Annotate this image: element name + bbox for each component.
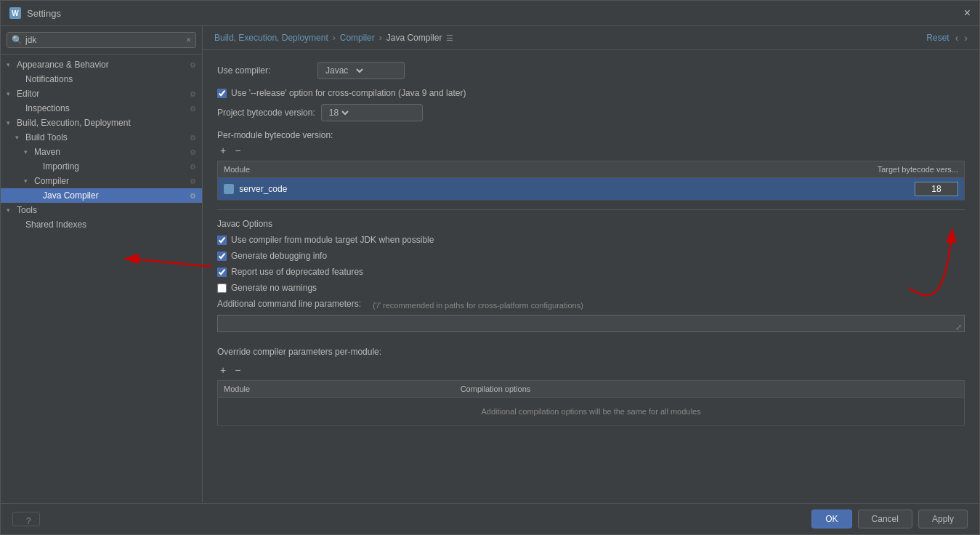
cmd-hint: ('/' recommended in paths for cross-plat…	[373, 301, 583, 310]
override-toolbar: + −	[217, 363, 965, 377]
arrow-icon: ▾	[15, 134, 23, 141]
arrow-icon: ▾	[7, 61, 14, 68]
javac-opt2-checkbox[interactable]	[217, 252, 227, 261]
use-compiler-label: Use compiler:	[217, 65, 312, 76]
override-hint-text: Additional compilation options will be t…	[224, 401, 958, 422]
nav-forward-button[interactable]: ›	[964, 32, 968, 44]
close-button[interactable]: ×	[964, 7, 971, 20]
help-button[interactable]: ?	[12, 512, 40, 526]
settings-icon: ⚙	[190, 134, 196, 142]
settings-icon: ⚙	[190, 105, 196, 113]
javac-opt1-label: Use compiler from module target JDK when…	[231, 235, 434, 245]
javac-option-1: Use compiler from module target JDK when…	[217, 235, 965, 245]
remove-module-button[interactable]: −	[232, 143, 243, 158]
search-clear-icon[interactable]: ×	[186, 35, 191, 45]
add-override-button[interactable]: +	[217, 363, 229, 377]
javac-option-3: Report use of deprecated features	[217, 267, 965, 277]
javac-opt3-checkbox[interactable]	[217, 268, 227, 277]
add-module-button[interactable]: +	[217, 143, 229, 158]
javac-option-2: Generate debugging info	[217, 251, 965, 261]
cancel-button[interactable]: Cancel	[858, 510, 912, 528]
javac-opt1-checkbox[interactable]	[217, 236, 227, 245]
bytecode-version-label: Project bytecode version:	[217, 108, 315, 118]
settings-icon: ⚙	[190, 177, 196, 185]
per-module-label: Per-module bytecode version:	[217, 130, 333, 140]
settings-icon: ⚙	[190, 163, 196, 171]
breadcrumb-sep-2: ›	[379, 33, 382, 43]
ok-button[interactable]: OK	[811, 510, 851, 528]
bytecode-version-select[interactable]: 18 17 11	[321, 104, 423, 121]
content-area: Use compiler: Javac Eclipse Ajc Use '--r…	[203, 50, 979, 503]
breadcrumb-compiler[interactable]: Compiler	[340, 33, 375, 43]
target-cell[interactable]	[849, 178, 965, 201]
breadcrumb-menu-icon[interactable]: ☰	[446, 33, 453, 43]
arrow-icon: ▾	[7, 206, 14, 214]
cross-compilation-checkbox[interactable]	[217, 89, 227, 98]
bytecode-version-row: Project bytecode version: 18 17 11	[217, 104, 965, 121]
search-icon: 🔍	[12, 35, 23, 45]
settings-icon: ⚙	[190, 90, 196, 98]
reset-button[interactable]: Reset	[926, 33, 949, 43]
sidebar-item-shared-indexes[interactable]: Shared Indexes	[1, 217, 202, 232]
cmd-params-input[interactable]	[217, 315, 965, 332]
override-table: Module Compilation options Additional co…	[217, 380, 965, 426]
compiler-row: Use compiler: Javac Eclipse Ajc	[217, 62, 965, 79]
arrow-icon: ▾	[7, 119, 14, 126]
arrow-icon: ▾	[7, 90, 14, 97]
sidebar-item-java-compiler[interactable]: Java Compiler ⚙	[1, 188, 202, 203]
apply-button[interactable]: Apply	[918, 510, 968, 528]
override-module-col: Module	[218, 381, 455, 398]
module-col-header: Module	[218, 161, 849, 178]
settings-icon: ⚙	[190, 148, 196, 156]
sidebar-item-notifications[interactable]: Notifications	[1, 72, 202, 87]
sidebar-item-inspections[interactable]: Inspections ⚙	[1, 101, 202, 116]
breadcrumb-java-compiler: Java Compiler	[386, 33, 442, 43]
sidebar-item-build-execution[interactable]: ▾ Build, Execution, Deployment	[1, 116, 202, 130]
override-hint-row: Additional compilation options will be t…	[218, 398, 965, 426]
table-row[interactable]: server_code	[218, 178, 965, 201]
javac-option-4: Generate no warnings	[217, 283, 965, 293]
compiler-dropdown[interactable]: Javac Eclipse Ajc	[323, 65, 365, 76]
nav-back-button[interactable]: ‹	[955, 32, 959, 44]
cmd-params-label: Additional command line parameters:	[217, 299, 361, 309]
sidebar-item-maven[interactable]: ▾ Maven ⚙	[1, 145, 202, 159]
target-version-input[interactable]	[915, 182, 958, 196]
javac-section-title: Javac Options	[217, 219, 965, 229]
settings-icon: ⚙	[190, 61, 196, 69]
search-input[interactable]	[25, 35, 183, 45]
breadcrumb-sep-1: ›	[333, 33, 336, 43]
expand-icon[interactable]: ⤢	[955, 323, 962, 332]
sidebar-item-editor[interactable]: ▾ Editor ⚙	[1, 87, 202, 101]
module-icon	[224, 184, 234, 194]
dialog-footer: ? OK Cancel Apply	[1, 503, 979, 534]
breadcrumb-build[interactable]: Build, Execution, Deployment	[214, 33, 328, 43]
cross-compilation-label: Use '--release' option for cross-compila…	[231, 88, 466, 98]
javac-opt3-label: Report use of deprecated features	[231, 267, 363, 277]
dialog-title: Settings	[27, 8, 61, 19]
sidebar-item-appearance-behavior[interactable]: ▾ Appearance & Behavior ⚙	[1, 57, 202, 72]
sidebar-item-importing[interactable]: Importing ⚙	[1, 159, 202, 174]
main-content: Build, Execution, Deployment › Compiler …	[203, 26, 979, 503]
settings-icon: ⚙	[190, 192, 196, 200]
breadcrumb: Build, Execution, Deployment › Compiler …	[203, 26, 979, 50]
override-options-col: Compilation options	[455, 381, 965, 398]
module-cell: server_code	[218, 178, 849, 201]
search-box: 🔍 ×	[1, 26, 202, 55]
per-module-toolbar: + −	[217, 143, 965, 158]
bytecode-version-dropdown[interactable]: 18 17 11	[326, 107, 351, 118]
compiler-select[interactable]: Javac Eclipse Ajc	[317, 62, 405, 79]
javac-opt4-checkbox[interactable]	[217, 283, 227, 293]
sidebar-tree: ▾ Appearance & Behavior ⚙ Notifications …	[1, 55, 202, 503]
sidebar-item-tools[interactable]: ▾ Tools	[1, 203, 202, 217]
sidebar-item-compiler[interactable]: ▾ Compiler ⚙	[1, 174, 202, 188]
javac-opt2-label: Generate debugging info	[231, 251, 327, 261]
per-module-table: Module Target bytecode vers... server_co…	[217, 161, 965, 201]
javac-opt4-label: Generate no warnings	[231, 283, 317, 293]
sidebar: 🔍 × ▾ Appearance & Behavior ⚙ Notificati…	[1, 26, 203, 503]
title-bar: W Settings ×	[1, 1, 979, 26]
arrow-icon: ▾	[24, 148, 31, 156]
arrow-icon: ▾	[24, 177, 31, 185]
remove-override-button[interactable]: −	[232, 363, 243, 377]
sidebar-item-build-tools[interactable]: ▾ Build Tools ⚙	[1, 130, 202, 145]
app-icon: W	[9, 7, 21, 19]
